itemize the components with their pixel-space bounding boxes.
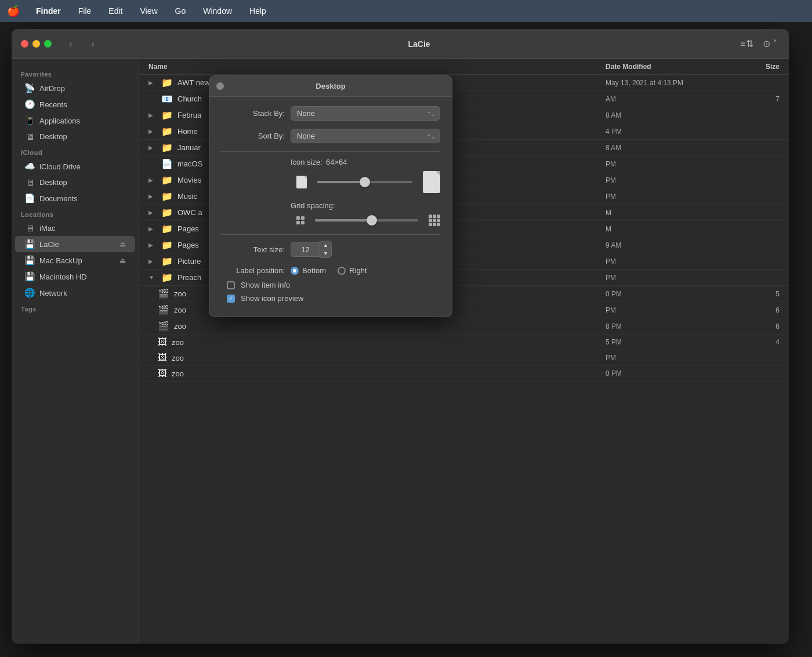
expand-arrow[interactable]: ▶ xyxy=(148,242,157,248)
show-icon-preview-row: Show icon preview xyxy=(221,294,440,303)
sidebar-item-recents[interactable]: 🕐 Recents xyxy=(15,96,135,112)
column-size-header[interactable]: Size xyxy=(733,63,780,71)
more-options-button[interactable]: ⊙ ˅ xyxy=(760,36,780,52)
label-bottom-text: Bottom xyxy=(302,266,326,275)
folder-icon: 📁 xyxy=(161,239,173,251)
sidebar-item-macintoshhd[interactable]: 💾 Macintosh HD xyxy=(15,268,135,285)
expand-arrow[interactable]: ▶ xyxy=(148,128,157,135)
sidebar-item-network[interactable]: 🌐 Network xyxy=(15,285,135,301)
table-row[interactable]: 🖼 zoo 0 PM xyxy=(139,366,789,382)
tags-label: Tags xyxy=(12,301,139,315)
column-date-header[interactable]: Date Modified xyxy=(606,63,733,71)
minimize-button[interactable] xyxy=(32,40,40,48)
label-right-option[interactable]: Right xyxy=(338,266,367,275)
text-size-stepper: ▲ ▼ xyxy=(291,241,332,258)
sidebar-icloud-desktop-label: Desktop xyxy=(39,178,126,187)
lacie-eject-icon[interactable]: ⏏ xyxy=(119,240,126,248)
expand-arrow[interactable]: ▶ xyxy=(148,144,157,151)
sidebar-item-airdrop[interactable]: 📡 AirDrop xyxy=(15,80,135,96)
file-name: Picture xyxy=(177,257,201,266)
imac-icon: 🖥 xyxy=(24,223,35,233)
expand-arrow[interactable]: ▶ xyxy=(148,209,157,216)
forward-button[interactable]: › xyxy=(85,37,100,52)
file-name: Movies xyxy=(177,176,201,184)
folder-icon: 📁 xyxy=(161,175,173,186)
back-button[interactable]: ‹ xyxy=(63,37,78,52)
image-icon: 🖼 xyxy=(158,337,167,347)
folder-icon: 📁 xyxy=(161,142,173,153)
stack-by-select[interactable]: None Name Kind Date Modified xyxy=(291,106,440,121)
file-size: 6 xyxy=(733,306,780,314)
maximize-button[interactable] xyxy=(44,40,52,48)
close-button[interactable] xyxy=(21,40,28,48)
folder-icon: 📁 xyxy=(161,256,173,267)
sidebar-item-icloud-desktop[interactable]: 🖥 Desktop xyxy=(15,175,135,190)
sidebar-item-lacie[interactable]: 💾 LaCie ⏏ xyxy=(15,236,135,252)
text-size-input[interactable] xyxy=(291,242,320,257)
grid-spacing-slider[interactable] xyxy=(315,219,418,222)
sort-by-select[interactable]: None Name Kind Date Modified xyxy=(291,129,440,143)
menubar-view[interactable]: View xyxy=(136,5,161,17)
sidebar-item-icloud-drive[interactable]: ☁️ iCloud Drive xyxy=(15,158,135,175)
folder-icon: 📁 xyxy=(161,77,173,88)
text-size-increment-button[interactable]: ▲ xyxy=(320,241,331,249)
icon-size-slider[interactable] xyxy=(317,181,412,183)
file-name: Pages xyxy=(177,241,199,249)
expand-arrow[interactable]: ▶ xyxy=(148,193,157,199)
sidebar-item-desktop[interactable]: 🖥 Desktop xyxy=(15,129,135,144)
menubar-help[interactable]: Help xyxy=(246,5,270,17)
grid-spacing-small-icon xyxy=(296,216,304,224)
sidebar-item-documents[interactable]: 📄 Documents xyxy=(15,190,135,206)
file-date: PM xyxy=(606,176,733,184)
expand-arrow[interactable]: ▶ xyxy=(148,177,157,183)
sidebar-applications-label: Applications xyxy=(39,117,126,125)
table-row[interactable]: 🖼 zoo 5 PM 4 xyxy=(139,335,789,350)
expand-arrow[interactable]: ▶ xyxy=(148,79,157,86)
list-view-button[interactable]: ≡⇅ xyxy=(738,36,755,52)
column-name-header[interactable]: Name xyxy=(148,63,606,71)
sidebar-item-imac[interactable]: 🖥 iMac xyxy=(15,220,135,236)
show-icon-preview-checkbox[interactable] xyxy=(227,295,235,303)
expand-arrow[interactable]: ▶ xyxy=(148,112,157,118)
airdrop-icon: 📡 xyxy=(24,83,35,93)
file-date: 8 AM xyxy=(606,144,733,152)
sidebar-item-macbackup[interactable]: 💾 Mac BackUp ⏏ xyxy=(15,252,135,268)
folder-icon: 📁 xyxy=(161,126,173,137)
file-date: PM xyxy=(606,193,733,201)
table-row[interactable]: 🖼 zoo PM xyxy=(139,350,789,366)
sidebar-imac-label: iMac xyxy=(39,224,126,233)
file-icon: 📄 xyxy=(161,158,173,169)
expand-arrow[interactable]: ▶ xyxy=(148,226,157,232)
file-name: zoo xyxy=(174,306,186,314)
menubar-finder[interactable]: Finder xyxy=(32,5,64,17)
video-icon: 🎬 xyxy=(158,288,169,299)
label-bottom-radio[interactable] xyxy=(291,267,299,275)
stack-by-select-wrapper: None Name Kind Date Modified ⌃⌄ xyxy=(291,106,440,121)
menubar-window[interactable]: Window xyxy=(200,5,235,17)
expand-arrow[interactable]: ▼ xyxy=(148,274,157,281)
file-date: PM xyxy=(606,160,733,168)
file-name: macOS xyxy=(177,159,202,168)
sidebar-item-applications[interactable]: 📱 Applications xyxy=(15,112,135,129)
file-name: zoo xyxy=(172,338,184,347)
apple-menu-icon[interactable]: 🍎 xyxy=(7,5,20,17)
expand-arrow[interactable]: ▶ xyxy=(148,258,157,264)
network-icon: 🌐 xyxy=(24,288,35,298)
file-name: Februa xyxy=(177,111,201,119)
menubar-file[interactable]: File xyxy=(75,5,95,17)
stack-by-label: Stack By: xyxy=(221,109,285,118)
show-item-info-checkbox[interactable] xyxy=(227,281,235,289)
menubar-go[interactable]: Go xyxy=(172,5,190,17)
label-right-radio[interactable] xyxy=(338,267,346,275)
text-size-decrement-button[interactable]: ▼ xyxy=(320,249,331,257)
file-list-header: Name Date Modified Size xyxy=(139,59,789,75)
popup-close-button[interactable] xyxy=(216,82,224,90)
table-row[interactable]: 🎬 zoo 8 PM 6 xyxy=(139,318,789,335)
icon-size-small-icon xyxy=(296,176,307,188)
image-icon: 🖼 xyxy=(158,353,167,363)
macbackup-eject-icon[interactable]: ⏏ xyxy=(119,256,126,264)
folder-icon: 📁 xyxy=(161,110,173,121)
menubar-edit[interactable]: Edit xyxy=(105,5,126,17)
file-date: PM xyxy=(606,306,733,314)
label-bottom-option[interactable]: Bottom xyxy=(291,266,326,275)
